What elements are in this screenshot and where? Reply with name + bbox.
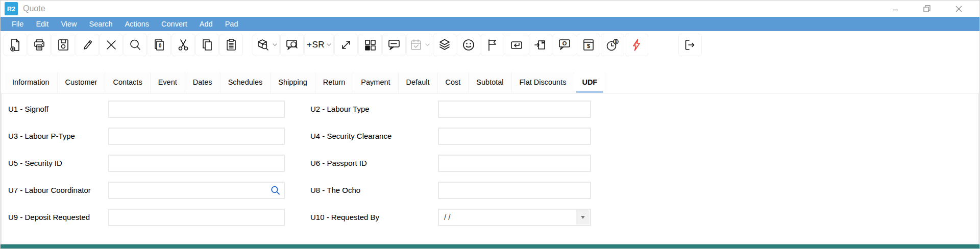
tab-shipping[interactable]: Shipping bbox=[271, 72, 315, 93]
copy-count-button[interactable]: 0 bbox=[148, 34, 171, 56]
u10-dropdown-button[interactable] bbox=[576, 210, 590, 225]
edit-button[interactable] bbox=[76, 34, 99, 56]
window-layout-grid-icon bbox=[363, 38, 377, 52]
menu-pad[interactable]: Pad bbox=[219, 17, 244, 31]
menu-edit[interactable]: Edit bbox=[30, 17, 55, 31]
print-icon bbox=[32, 38, 46, 52]
save-button[interactable] bbox=[52, 34, 75, 56]
bottom-accent-bar bbox=[1, 244, 979, 248]
calendar-button[interactable] bbox=[406, 34, 432, 56]
copy-button[interactable] bbox=[195, 34, 219, 56]
u8-the-ocho-field[interactable] bbox=[438, 182, 591, 199]
u6-passport-id-input[interactable] bbox=[439, 156, 590, 171]
app-logo: R2 bbox=[5, 2, 18, 15]
u2-labour-type-input[interactable] bbox=[439, 102, 590, 117]
tab-dates[interactable]: Dates bbox=[185, 72, 220, 93]
u5-security-id-input[interactable] bbox=[109, 156, 284, 171]
menu-search[interactable]: Search bbox=[83, 17, 119, 31]
menu-view[interactable]: View bbox=[55, 17, 83, 31]
lookup-search-icon[interactable] bbox=[271, 186, 280, 195]
tab-return[interactable]: Return bbox=[315, 72, 354, 93]
u4-security-clearance-field[interactable] bbox=[438, 128, 591, 145]
copy-count-zero-icon: 0 bbox=[152, 38, 166, 52]
comments-button[interactable] bbox=[382, 34, 406, 56]
u3-labour-ptype-input[interactable] bbox=[109, 129, 284, 144]
close-button[interactable] bbox=[943, 1, 974, 17]
delete-button[interactable] bbox=[100, 34, 123, 56]
tab-contacts[interactable]: Contacts bbox=[105, 72, 150, 93]
tab-udf[interactable]: UDF bbox=[574, 72, 605, 93]
u6-passport-id-field[interactable] bbox=[438, 155, 591, 172]
smiley-button[interactable] bbox=[457, 34, 480, 56]
u10-date-value: / / bbox=[439, 210, 590, 225]
u10-requested-by-field[interactable]: / / bbox=[438, 209, 591, 226]
menu-add[interactable]: Add bbox=[193, 17, 219, 31]
transfer-box-arrow-icon bbox=[533, 38, 548, 52]
memo-button[interactable]: O bbox=[553, 34, 576, 56]
u2-labour-type-field[interactable] bbox=[438, 101, 591, 118]
item-search-button[interactable] bbox=[253, 34, 280, 56]
tab-information[interactable]: Information bbox=[5, 72, 58, 93]
u3-labour-ptype-field[interactable] bbox=[108, 128, 285, 145]
menu-file[interactable]: File bbox=[6, 17, 30, 31]
restore-icon bbox=[923, 5, 930, 12]
exit-button[interactable] bbox=[678, 34, 702, 56]
menu-convert[interactable]: Convert bbox=[155, 17, 193, 31]
tab-event[interactable]: Event bbox=[151, 72, 185, 93]
u8-label: U8 - The Ocho bbox=[310, 182, 360, 199]
chevron-down-icon bbox=[581, 216, 585, 219]
cut-scissors-icon bbox=[176, 38, 190, 52]
smiley-face-icon bbox=[461, 38, 476, 52]
check-in-button[interactable] bbox=[505, 34, 528, 56]
u4-security-clearance-input[interactable] bbox=[439, 129, 590, 144]
u7-labour-coordinator-field[interactable] bbox=[108, 182, 285, 199]
add-sr-label: +SR bbox=[307, 40, 325, 50]
menu-actions[interactable]: Actions bbox=[119, 17, 156, 31]
u1-signoff-field[interactable] bbox=[108, 101, 285, 118]
quote-search-button[interactable] bbox=[280, 34, 304, 56]
tab-customer[interactable]: Customer bbox=[58, 72, 106, 93]
find-button[interactable] bbox=[124, 34, 147, 56]
invoice-button[interactable]: $ bbox=[577, 34, 600, 56]
u4-label: U4 - Security Clearance bbox=[310, 128, 391, 145]
tab-payment[interactable]: Payment bbox=[353, 72, 398, 93]
svg-text:0: 0 bbox=[159, 43, 162, 48]
restore-button[interactable] bbox=[911, 1, 943, 17]
u9-label: U9 - Deposit Requested bbox=[8, 209, 90, 226]
tab-subtotal[interactable]: Subtotal bbox=[469, 72, 511, 93]
u8-the-ocho-input[interactable] bbox=[439, 183, 590, 198]
window-title: Quote bbox=[23, 1, 45, 17]
u1-signoff-input[interactable] bbox=[109, 102, 284, 117]
transfer-button[interactable] bbox=[529, 34, 552, 56]
layers-button[interactable] bbox=[433, 34, 456, 56]
quick-bill-lightning-icon bbox=[629, 38, 644, 52]
print-button[interactable] bbox=[28, 34, 51, 56]
window-layout-button[interactable] bbox=[358, 34, 382, 56]
minimize-button[interactable] bbox=[879, 1, 911, 17]
new-document-icon bbox=[8, 38, 22, 52]
u9-deposit-requested-input[interactable] bbox=[109, 210, 284, 225]
flag-button[interactable] bbox=[481, 34, 504, 56]
new-button[interactable] bbox=[4, 34, 27, 56]
tab-schedules[interactable]: Schedules bbox=[220, 72, 271, 93]
quick-bill-button[interactable] bbox=[625, 34, 648, 56]
calendar-dropdown-icon[interactable] bbox=[425, 43, 430, 46]
tab-cost[interactable]: Cost bbox=[438, 72, 469, 93]
tab-default[interactable]: Default bbox=[399, 72, 438, 93]
u9-deposit-requested-field[interactable] bbox=[108, 209, 285, 226]
item-search-dropdown-icon[interactable] bbox=[273, 43, 277, 46]
add-sr-dropdown-icon[interactable] bbox=[327, 43, 331, 46]
u5-security-id-field[interactable] bbox=[108, 155, 285, 172]
cut-button[interactable] bbox=[172, 34, 195, 56]
expand-button[interactable] bbox=[334, 34, 358, 56]
add-sr-button[interactable]: +SR bbox=[304, 34, 334, 56]
u7-label: U7 - Labour Coordinator bbox=[8, 182, 91, 199]
u5-label: U5 - Security ID bbox=[8, 155, 62, 172]
tab-flat-discounts[interactable]: Flat Discounts bbox=[512, 72, 575, 93]
exit-door-arrow-icon bbox=[683, 38, 697, 52]
time-billing-button[interactable]: $ bbox=[601, 34, 624, 56]
paste-button[interactable] bbox=[219, 34, 243, 56]
edit-pencil-icon bbox=[80, 38, 94, 52]
time-billing-clock-dollar-icon: $ bbox=[605, 38, 620, 52]
u7-labour-coordinator-input[interactable] bbox=[109, 183, 284, 198]
